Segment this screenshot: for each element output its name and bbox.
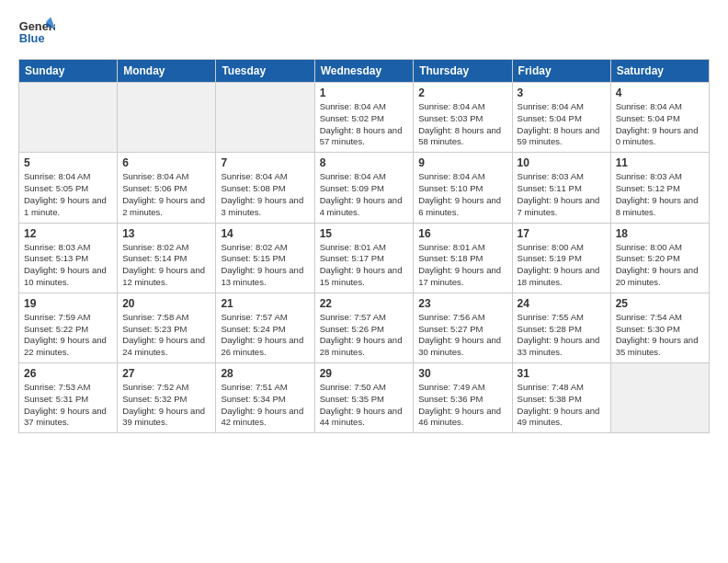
day-info: Sunrise: 7:57 AM Sunset: 5:26 PM Dayligh… [320,312,409,359]
day-info: Sunrise: 7:57 AM Sunset: 5:24 PM Dayligh… [221,312,309,359]
calendar-day-cell: 1Sunrise: 8:04 AM Sunset: 5:02 PM Daylig… [314,83,414,153]
day-info: Sunrise: 8:03 AM Sunset: 5:13 PM Dayligh… [24,242,112,289]
day-number: 14 [221,227,309,240]
day-number: 11 [616,156,704,169]
calendar-day-cell: 12Sunrise: 8:03 AM Sunset: 5:13 PM Dayli… [19,223,118,293]
calendar-day-cell [610,363,709,433]
day-info: Sunrise: 7:56 AM Sunset: 5:27 PM Dayligh… [418,312,506,359]
day-info: Sunrise: 8:04 AM Sunset: 5:04 PM Dayligh… [616,101,704,148]
logo-icon: General Blue [18,15,55,50]
calendar-day-cell [118,83,216,153]
svg-text:Blue: Blue [19,31,45,45]
calendar-body: 1Sunrise: 8:04 AM Sunset: 5:02 PM Daylig… [19,83,710,433]
calendar-day-cell: 11Sunrise: 8:03 AM Sunset: 5:12 PM Dayli… [610,153,709,223]
day-info: Sunrise: 7:51 AM Sunset: 5:34 PM Dayligh… [221,382,309,429]
day-number: 1 [320,86,409,99]
day-info: Sunrise: 8:02 AM Sunset: 5:15 PM Dayligh… [221,242,309,289]
day-number: 28 [221,367,309,380]
day-info: Sunrise: 7:52 AM Sunset: 5:32 PM Dayligh… [122,382,210,429]
calendar-day-cell: 22Sunrise: 7:57 AM Sunset: 5:26 PM Dayli… [314,293,414,362]
day-number: 22 [320,297,409,310]
calendar-week-row: 19Sunrise: 7:59 AM Sunset: 5:22 PM Dayli… [19,293,710,362]
day-info: Sunrise: 7:50 AM Sunset: 5:35 PM Dayligh… [320,382,409,429]
day-number: 21 [221,297,309,310]
calendar-weekday-header: Tuesday [216,60,314,83]
calendar-day-cell: 8Sunrise: 8:04 AM Sunset: 5:09 PM Daylig… [314,153,414,223]
calendar-week-row: 5Sunrise: 8:04 AM Sunset: 5:05 PM Daylig… [19,153,710,223]
day-info: Sunrise: 8:02 AM Sunset: 5:14 PM Dayligh… [122,242,210,289]
calendar-week-row: 12Sunrise: 8:03 AM Sunset: 5:13 PM Dayli… [19,223,710,293]
day-info: Sunrise: 7:54 AM Sunset: 5:30 PM Dayligh… [616,312,704,359]
day-number: 25 [616,297,704,310]
calendar-day-cell: 24Sunrise: 7:55 AM Sunset: 5:28 PM Dayli… [512,293,610,362]
day-info: Sunrise: 8:04 AM Sunset: 5:03 PM Dayligh… [418,101,506,148]
day-number: 19 [24,297,112,310]
day-info: Sunrise: 7:53 AM Sunset: 5:31 PM Dayligh… [24,382,112,429]
day-number: 30 [418,367,506,380]
day-info: Sunrise: 8:04 AM Sunset: 5:02 PM Dayligh… [320,101,409,148]
calendar-day-cell: 26Sunrise: 7:53 AM Sunset: 5:31 PM Dayli… [19,363,118,433]
day-info: Sunrise: 8:03 AM Sunset: 5:11 PM Dayligh… [518,171,606,218]
logo: General Blue [18,15,55,50]
day-number: 16 [418,227,506,240]
day-number: 13 [122,227,210,240]
calendar-week-row: 1Sunrise: 8:04 AM Sunset: 5:02 PM Daylig… [19,83,710,153]
day-number: 20 [122,297,210,310]
calendar-weekday-header: Saturday [610,60,709,83]
day-info: Sunrise: 8:04 AM Sunset: 5:09 PM Dayligh… [320,171,409,218]
day-info: Sunrise: 7:55 AM Sunset: 5:28 PM Dayligh… [518,312,606,359]
calendar-day-cell: 21Sunrise: 7:57 AM Sunset: 5:24 PM Dayli… [216,293,314,362]
calendar-day-cell: 18Sunrise: 8:00 AM Sunset: 5:20 PM Dayli… [610,223,709,293]
day-number: 27 [122,367,210,380]
day-info: Sunrise: 7:49 AM Sunset: 5:36 PM Dayligh… [418,382,506,429]
day-number: 24 [518,297,606,310]
day-number: 8 [320,156,409,169]
calendar-day-cell [19,83,118,153]
calendar-table: SundayMondayTuesdayWednesdayThursdayFrid… [18,59,710,433]
day-info: Sunrise: 8:01 AM Sunset: 5:18 PM Dayligh… [418,242,506,289]
day-info: Sunrise: 8:03 AM Sunset: 5:12 PM Dayligh… [616,171,704,218]
calendar-day-cell: 10Sunrise: 8:03 AM Sunset: 5:11 PM Dayli… [512,153,610,223]
calendar-day-cell: 28Sunrise: 7:51 AM Sunset: 5:34 PM Dayli… [216,363,314,433]
day-number: 17 [518,227,606,240]
day-info: Sunrise: 8:00 AM Sunset: 5:20 PM Dayligh… [616,242,704,289]
calendar-day-cell: 4Sunrise: 8:04 AM Sunset: 5:04 PM Daylig… [610,83,709,153]
calendar-day-cell [216,83,314,153]
calendar-day-cell: 20Sunrise: 7:58 AM Sunset: 5:23 PM Dayli… [118,293,216,362]
calendar-day-cell: 5Sunrise: 8:04 AM Sunset: 5:05 PM Daylig… [19,153,118,223]
calendar-weekday-header: Monday [118,60,216,83]
calendar-day-cell: 25Sunrise: 7:54 AM Sunset: 5:30 PM Dayli… [610,293,709,362]
day-info: Sunrise: 8:04 AM Sunset: 5:05 PM Dayligh… [24,171,112,218]
day-number: 23 [418,297,506,310]
day-number: 26 [24,367,112,380]
calendar-day-cell: 6Sunrise: 8:04 AM Sunset: 5:06 PM Daylig… [118,153,216,223]
day-number: 9 [418,156,506,169]
day-number: 2 [418,86,506,99]
calendar-day-cell: 9Sunrise: 8:04 AM Sunset: 5:10 PM Daylig… [414,153,512,223]
day-info: Sunrise: 8:01 AM Sunset: 5:17 PM Dayligh… [320,242,409,289]
page-header: General Blue [18,15,710,50]
day-info: Sunrise: 8:00 AM Sunset: 5:19 PM Dayligh… [518,242,606,289]
calendar-day-cell: 27Sunrise: 7:52 AM Sunset: 5:32 PM Dayli… [118,363,216,433]
calendar-header-row: SundayMondayTuesdayWednesdayThursdayFrid… [19,60,710,83]
day-info: Sunrise: 8:04 AM Sunset: 5:10 PM Dayligh… [418,171,506,218]
calendar-day-cell: 29Sunrise: 7:50 AM Sunset: 5:35 PM Dayli… [314,363,414,433]
calendar-weekday-header: Wednesday [314,60,414,83]
day-number: 29 [320,367,409,380]
calendar-day-cell: 13Sunrise: 8:02 AM Sunset: 5:14 PM Dayli… [118,223,216,293]
calendar-day-cell: 16Sunrise: 8:01 AM Sunset: 5:18 PM Dayli… [414,223,512,293]
calendar-day-cell: 15Sunrise: 8:01 AM Sunset: 5:17 PM Dayli… [314,223,414,293]
day-info: Sunrise: 7:48 AM Sunset: 5:38 PM Dayligh… [518,382,606,429]
day-number: 31 [518,367,606,380]
day-number: 4 [616,86,704,99]
day-number: 6 [122,156,210,169]
day-number: 3 [518,86,606,99]
day-info: Sunrise: 7:58 AM Sunset: 5:23 PM Dayligh… [122,312,210,359]
calendar-day-cell: 14Sunrise: 8:02 AM Sunset: 5:15 PM Dayli… [216,223,314,293]
calendar-weekday-header: Thursday [414,60,512,83]
day-number: 5 [24,156,112,169]
day-number: 18 [616,227,704,240]
calendar-weekday-header: Friday [512,60,610,83]
calendar-day-cell: 2Sunrise: 8:04 AM Sunset: 5:03 PM Daylig… [414,83,512,153]
calendar-day-cell: 31Sunrise: 7:48 AM Sunset: 5:38 PM Dayli… [512,363,610,433]
